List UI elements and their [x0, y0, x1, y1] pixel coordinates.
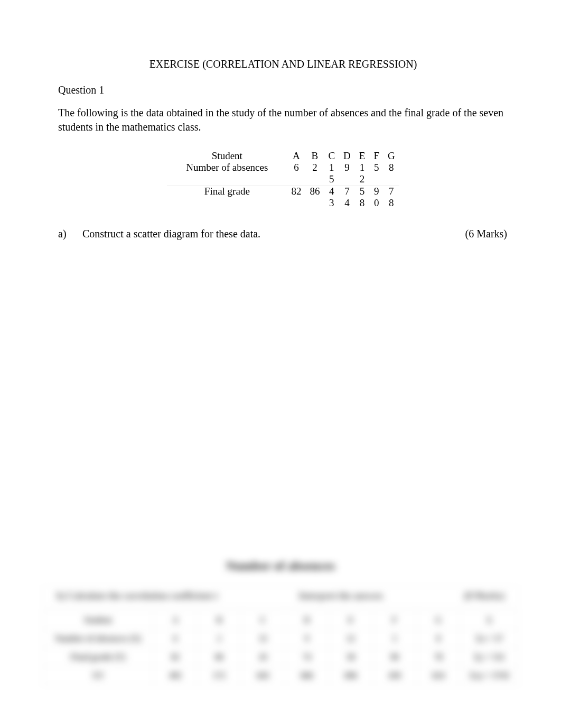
- blur-table-cell: E: [329, 611, 373, 630]
- intro-text: The following is the data obtained in th…: [58, 106, 508, 134]
- table-cell: 82: [287, 186, 305, 198]
- blur-table-label: Number of absences (X): [43, 630, 154, 648]
- blur-part-b-left: b) Calculate the correlation coefficient…: [57, 591, 219, 602]
- blur-table-cell: 450: [373, 667, 417, 685]
- blur-table: Student A B C D E F G Σ Number of absenc…: [42, 611, 519, 685]
- blur-table-label: Student: [43, 611, 154, 630]
- blur-table-cell: 492: [154, 667, 198, 685]
- blur-table-cell: 9: [285, 630, 329, 648]
- table-cell: 6: [287, 162, 305, 173]
- blur-table-label: Final grade (Y): [43, 648, 154, 667]
- table-cell: 4: [339, 197, 355, 209]
- table-cell: G: [384, 150, 399, 162]
- table-cell: A: [287, 150, 305, 162]
- table-cell: 0: [369, 197, 384, 209]
- table-cell: 7: [339, 186, 355, 198]
- table-cell: 4: [324, 186, 339, 198]
- blur-table-cell: 43: [241, 648, 285, 667]
- blur-table-cell: D: [285, 611, 329, 630]
- table-cell: F: [369, 150, 384, 162]
- table-cell: [287, 173, 305, 186]
- blur-table-cell: C: [241, 611, 285, 630]
- blur-table-cell: 86: [198, 648, 241, 667]
- part-a-text: Construct a scatter diagram for these da…: [82, 228, 260, 240]
- table-cell: [305, 173, 324, 186]
- blur-table-cell: 78: [417, 648, 461, 667]
- table-cell: [369, 173, 384, 186]
- blur-table-cell: 2: [198, 630, 241, 648]
- table-cell: 9: [369, 186, 384, 198]
- row-absences-label: Number of absences: [167, 162, 287, 186]
- row-student-label: Student: [167, 150, 287, 162]
- blur-table-cell: 6: [154, 630, 198, 648]
- table-cell: C: [324, 150, 339, 162]
- blur-table-cell: 90: [373, 648, 417, 667]
- question-heading: Question 1: [58, 84, 508, 96]
- blur-table-cell: 172: [198, 667, 241, 685]
- part-a-letter: a): [58, 228, 73, 240]
- blur-table-cell: A: [154, 611, 198, 630]
- part-a-row: a) Construct a scatter diagram for these…: [58, 228, 508, 240]
- part-a-marks: (6 Marks): [465, 228, 507, 240]
- blur-table-cell: 58: [329, 648, 373, 667]
- row-grade-label: Final grade: [167, 186, 287, 209]
- blurred-content: Number of absences b) Calculate the corr…: [0, 559, 561, 728]
- table-cell: 5: [355, 186, 370, 198]
- blur-table-cell: 15: [241, 630, 285, 648]
- blur-table-cell: 12: [329, 630, 373, 648]
- blur-table-cell: 696: [329, 667, 373, 685]
- blur-table-cell: 5: [373, 630, 417, 648]
- table-cell: 8: [355, 197, 370, 209]
- table-cell: 8: [384, 162, 399, 173]
- blur-table-cell: G: [417, 611, 461, 630]
- table-cell: 1: [355, 162, 370, 173]
- blur-part-b-row: b) Calculate the correlation coefficient…: [42, 586, 519, 606]
- table-cell: 8: [384, 197, 399, 209]
- table-cell: 9: [339, 162, 355, 173]
- table-cell: 7: [384, 186, 399, 198]
- table-cell: E: [355, 150, 370, 162]
- table-cell: [339, 173, 355, 186]
- table-cell: D: [339, 150, 355, 162]
- blur-table-total: Σy = 511: [461, 648, 519, 667]
- blur-part-b-right: (8 Marks): [464, 591, 504, 602]
- table-cell: [287, 197, 305, 209]
- blur-table-cell: 666: [285, 667, 329, 685]
- table-cell: B: [305, 150, 324, 162]
- blur-table-total: Σx = 57: [461, 630, 519, 648]
- table-cell: 3: [324, 197, 339, 209]
- table-cell: 5: [324, 173, 339, 186]
- page-title: EXERCISE (CORRELATION AND LINEAR REGRESS…: [58, 58, 508, 70]
- blur-table-total: Σxy = 3745: [461, 667, 519, 685]
- table-cell: 2: [305, 162, 324, 173]
- blur-part-b-mid: Interpret the answer.: [299, 591, 384, 602]
- blur-axis-title: Number of absences: [42, 559, 519, 573]
- data-table-wrap: Student A B C D E F G Number of absences…: [58, 150, 508, 209]
- table-cell: [305, 197, 324, 209]
- table-cell: 2: [355, 173, 370, 186]
- blur-table-total: Σ: [461, 611, 519, 630]
- table-cell: [384, 173, 399, 186]
- blur-table-cell: 645: [241, 667, 285, 685]
- table-cell: 1: [324, 162, 339, 173]
- blur-table-cell: 82: [154, 648, 198, 667]
- blur-table-cell: B: [198, 611, 241, 630]
- blur-table-cell: 8: [417, 630, 461, 648]
- blur-table-label: XY: [43, 667, 154, 685]
- data-table: Student A B C D E F G Number of absences…: [167, 150, 399, 209]
- table-cell: 86: [305, 186, 324, 198]
- blur-table-cell: 624: [417, 667, 461, 685]
- blur-table-cell: F: [373, 611, 417, 630]
- table-cell: 5: [369, 162, 384, 173]
- blur-table-cell: 74: [285, 648, 329, 667]
